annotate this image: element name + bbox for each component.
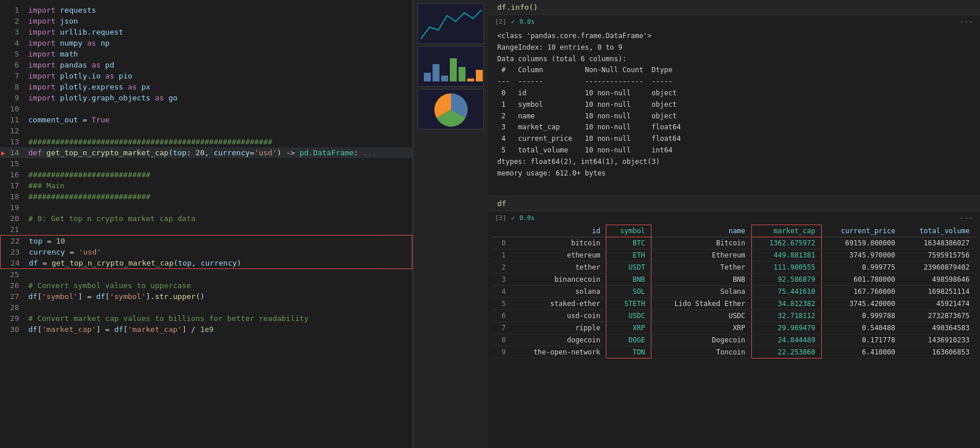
right-panel: df.info() [2] ✓ 0.0s ··· <class 'pandas.… xyxy=(413,0,980,448)
cell-name: Toncoin xyxy=(651,346,751,359)
df-info-content: <class 'pandas.core.frame.DataFrame'> Ra… xyxy=(488,28,980,196)
cell-market-cap: 111.900555 xyxy=(751,262,821,274)
code-line: 12 xyxy=(0,125,412,136)
th-current-price: current_price xyxy=(821,225,901,237)
svg-rect-4 xyxy=(433,64,439,81)
cell-total-volume: 490364583 xyxy=(901,322,975,334)
cell-idx: 6 xyxy=(493,310,512,322)
output-area: df.info() [2] ✓ 0.0s ··· <class 'pandas.… xyxy=(488,0,980,448)
cell-idx: 9 xyxy=(493,346,512,359)
cell2-timing: 0.0s xyxy=(520,18,535,25)
cell-name: Tether xyxy=(651,262,751,274)
cell-symbol: BTC xyxy=(606,237,651,249)
cell-id: ethereum xyxy=(512,249,606,262)
cell-symbol: BNB xyxy=(606,274,651,286)
svg-rect-9 xyxy=(476,70,483,81)
cell-id: ripple xyxy=(512,322,606,334)
cell-idx: 4 xyxy=(493,286,512,298)
code-line: 11 comment_out = True xyxy=(0,114,412,125)
cell-current-price: 0.999788 xyxy=(821,310,901,322)
code-line: 20 # 0: Get top n crypto market cap data xyxy=(0,213,412,224)
code-line: 13 #####################################… xyxy=(0,136,412,147)
df-info-title-text: df.info() xyxy=(497,3,538,12)
cell-id: staked-ether xyxy=(512,298,606,310)
table-row: 4 solana SOL Solana 75.441610 167.760000… xyxy=(493,286,975,298)
code-line: 23 currency = 'usd' xyxy=(1,247,412,257)
thumbnail-3 xyxy=(418,89,484,129)
cell-name: BNB xyxy=(651,274,751,286)
cell2-label: [2] xyxy=(495,18,506,25)
code-line: 27 df['symbol'] = df['symbol'].str.upper… xyxy=(0,291,412,302)
cell-idx: 3 xyxy=(493,274,512,286)
code-line: 16 ########################### xyxy=(0,169,412,180)
code-editor: 1 import requests 2 import json 3 import… xyxy=(0,0,413,448)
svg-rect-0 xyxy=(418,4,484,44)
cell-id: tether xyxy=(512,262,606,274)
cell-id: bitcoin xyxy=(512,237,606,249)
cell-total-volume: 163606853 xyxy=(901,346,975,359)
cell2-check: ✓ xyxy=(511,18,515,25)
code-line: 8 import plotly.express as px xyxy=(0,81,412,92)
th-total-volume: total_volume xyxy=(901,225,975,237)
cell-name: USDC xyxy=(651,310,751,322)
cell-total-volume: 498598646 xyxy=(901,274,975,286)
code-line: 19 xyxy=(0,202,412,213)
th-symbol: symbol xyxy=(606,225,651,237)
cell-symbol: SOL xyxy=(606,286,651,298)
df-info-output: df.info() [2] ✓ 0.0s ··· <class 'pandas.… xyxy=(488,0,980,196)
svg-rect-7 xyxy=(459,67,465,81)
th-market-cap: market_cap xyxy=(751,225,821,237)
table-row: 9 the-open-network TON Toncoin 22.253860… xyxy=(493,346,975,359)
code-line: 22 top = 10 xyxy=(1,236,412,247)
cell2-header: [2] ✓ 0.0s ··· xyxy=(488,15,980,28)
cell-market-cap: 92.586879 xyxy=(751,274,821,286)
cell-id: solana xyxy=(512,286,606,298)
cell-total-volume: 16348386027 xyxy=(901,237,975,249)
cell-market-cap: 75.441610 xyxy=(751,286,821,298)
code-line: 9 import plotly.graph_objects as go xyxy=(0,92,412,103)
cell-market-cap: 34.812382 xyxy=(751,298,821,310)
cell-current-price: 69159.000000 xyxy=(821,237,901,249)
df-table: id symbol name market_cap current_price … xyxy=(493,225,975,359)
cell-symbol: USDC xyxy=(606,310,651,322)
table-row: 1 ethereum ETH Ethereum 449.881381 3745.… xyxy=(493,249,975,262)
cell-current-price: 0.540488 xyxy=(821,322,901,334)
cell-current-price: 3745.970000 xyxy=(821,249,901,262)
cell2-dots[interactable]: ··· xyxy=(960,17,973,26)
thumbnail-2 xyxy=(418,46,484,87)
cell-current-price: 0.999775 xyxy=(821,262,901,274)
cell-current-price: 0.171778 xyxy=(821,334,901,346)
arrow-indicator: ▶ xyxy=(1,149,5,157)
cell3-dots[interactable]: ··· xyxy=(960,214,973,222)
code-line: 2 import json xyxy=(0,16,412,27)
df-table-title: df xyxy=(488,196,980,211)
code-line: 24 df = get_top_n_crypto_market_cap(top,… xyxy=(1,257,412,268)
code-line: 21 xyxy=(0,224,412,235)
code-line: 5 import math xyxy=(0,48,412,59)
svg-rect-6 xyxy=(450,58,457,81)
cell-name: Ethereum xyxy=(651,249,751,262)
code-line: 18 ########################### xyxy=(0,191,412,202)
code-line: 7 import plotly.io as pio xyxy=(0,70,412,81)
code-line-def: ▶ 14 def get_top_n_crypto_market_cap(top… xyxy=(0,147,412,158)
cell-current-price: 3745.420000 xyxy=(821,298,901,310)
cell-name: Lido Staked Ether xyxy=(651,298,751,310)
table-row: 7 ripple XRP XRP 29.969479 0.540488 4903… xyxy=(493,322,975,334)
code-line: 30 df['market_cap'] = df['market_cap'] /… xyxy=(0,324,412,335)
code-line: 28 xyxy=(0,302,412,313)
code-line: 3 import urllib.request xyxy=(0,27,412,38)
cell-id: usd-coin xyxy=(512,310,606,322)
code-line: 4 import numpy as np xyxy=(0,38,412,48)
table-row: 5 staked-ether STETH Lido Staked Ether 3… xyxy=(493,298,975,310)
df-table-scroll[interactable]: id symbol name market_cap current_price … xyxy=(488,225,980,448)
cell-symbol: USDT xyxy=(606,262,651,274)
cell-symbol: ETH xyxy=(606,249,651,262)
cell-total-volume: 45921474 xyxy=(901,298,975,310)
code-line: 10 xyxy=(0,103,412,114)
cell-name: Bitcoin xyxy=(651,237,751,249)
table-row: 0 bitcoin BTC Bitcoin 1362.675972 69159.… xyxy=(493,237,975,249)
cell-name: Dogecoin xyxy=(651,334,751,346)
cell-market-cap: 449.881381 xyxy=(751,249,821,262)
cell-name: XRP xyxy=(651,322,751,334)
cell-current-price: 601.780000 xyxy=(821,274,901,286)
